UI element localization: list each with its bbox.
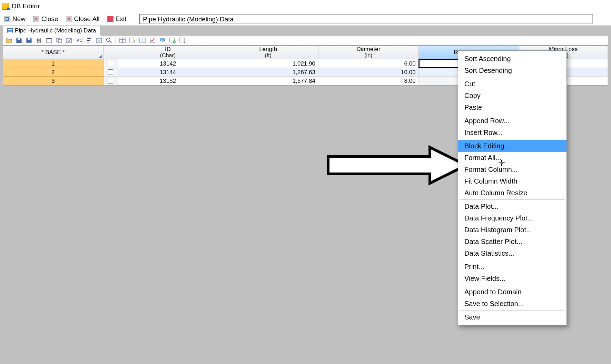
- col-header-diameter[interactable]: Diameter(in): [318, 46, 419, 59]
- annotation-arrow-icon: [326, 145, 468, 186]
- cell-length[interactable]: 1,577.84: [218, 77, 318, 85]
- row-checkbox[interactable]: [104, 77, 118, 85]
- context-menu-item[interactable]: Sort Desending: [458, 65, 566, 76]
- context-menu-item[interactable]: Data Plot...: [458, 200, 566, 212]
- app-icon: [2, 3, 9, 10]
- icon-toolbar: A ID: [3, 35, 608, 46]
- close-all-icon: [66, 16, 72, 22]
- cell-diameter[interactable]: 6.00: [318, 59, 419, 68]
- context-menu-item[interactable]: Insert Row...: [458, 127, 566, 138]
- menubar: New Close Close All Exit Pipe Hydraulic …: [0, 12, 611, 26]
- import-icon[interactable]: [95, 36, 104, 45]
- close-icon: [33, 16, 39, 22]
- context-menu-item[interactable]: Auto Column Resize: [458, 187, 566, 199]
- id-tag-icon[interactable]: ID: [158, 36, 167, 45]
- context-menu-item[interactable]: Save to Selection...: [458, 298, 566, 309]
- svg-rect-1: [28, 38, 30, 40]
- context-menu-separator: [460, 199, 565, 200]
- context-menu-item[interactable]: View Fields...: [458, 273, 566, 284]
- new-label: New: [12, 15, 26, 23]
- sort-icon[interactable]: [85, 36, 93, 45]
- open-file-icon[interactable]: [4, 36, 13, 45]
- col-header-base[interactable]: * BASE *: [3, 46, 104, 59]
- add-table-icon[interactable]: [168, 36, 177, 45]
- close-all-menu-item[interactable]: Close All: [66, 15, 100, 23]
- context-menu-item[interactable]: Print...: [458, 261, 566, 273]
- col-header-length[interactable]: Length(ft): [218, 46, 318, 59]
- context-menu-item[interactable]: Block Editing...: [458, 140, 566, 152]
- replace-icon[interactable]: A: [75, 36, 83, 45]
- context-menu-item[interactable]: Paste: [458, 101, 566, 113]
- row-number[interactable]: 2: [3, 68, 104, 77]
- cell-id[interactable]: 13152: [118, 77, 218, 85]
- context-menu-item[interactable]: Data Frequency Plot...: [458, 212, 566, 224]
- find-icon[interactable]: [105, 36, 114, 45]
- row-checkbox[interactable]: [104, 59, 118, 68]
- checkbox-icon[interactable]: [108, 61, 113, 66]
- tab-pipe-hydraulic[interactable]: Pipe Hydraulic (Modeling) Data: [3, 26, 100, 36]
- exit-menu-item[interactable]: Exit: [107, 15, 127, 23]
- titlebar: DB Editor: [0, 0, 611, 12]
- select-column-icon[interactable]: [138, 36, 147, 45]
- window-title: DB Editor: [12, 2, 40, 10]
- context-menu-item[interactable]: Append Row...: [458, 115, 566, 127]
- cell-length[interactable]: 1,267.63: [218, 68, 318, 77]
- checkbox-icon[interactable]: [108, 69, 113, 75]
- context-menu-item[interactable]: Sort Ascending: [458, 53, 566, 65]
- svg-rect-6: [47, 38, 51, 39]
- context-menu-item[interactable]: Data Histogram Plot...: [458, 224, 566, 236]
- context-menu-item[interactable]: Data Scatter Plot...: [458, 236, 566, 247]
- context-menu-separator: [460, 285, 565, 285]
- cell-diameter[interactable]: 10.00: [318, 68, 419, 77]
- close-label: Close: [41, 15, 58, 23]
- col-header-checkbox[interactable]: [104, 46, 118, 59]
- new-icon: [4, 16, 10, 22]
- date-range-icon[interactable]: [55, 36, 63, 45]
- svg-rect-21: [180, 38, 184, 42]
- cell-id[interactable]: 13142: [118, 59, 218, 68]
- context-menu-item[interactable]: Save: [458, 311, 566, 323]
- cell-length[interactable]: 1,021.90: [218, 59, 318, 68]
- svg-point-12: [107, 38, 110, 41]
- chart-icon[interactable]: [148, 36, 157, 45]
- context-menu-item[interactable]: Cut: [458, 78, 566, 90]
- cell-diameter[interactable]: 8.00: [318, 77, 419, 85]
- checkbox-icon[interactable]: [108, 78, 113, 83]
- print-icon[interactable]: [35, 36, 43, 45]
- svg-rect-14: [130, 38, 134, 42]
- table-icon: [7, 28, 13, 33]
- svg-rect-16: [142, 38, 143, 43]
- row-number[interactable]: 1: [3, 59, 104, 68]
- record-name-field[interactable]: Pipe Hydraulic (Modeling) Data: [139, 14, 593, 24]
- context-menu-item[interactable]: Append to Domain: [458, 286, 566, 298]
- context-menu-item[interactable]: Format All...: [458, 152, 566, 164]
- context-menu-item[interactable]: Data Statistics...: [458, 247, 566, 259]
- svg-rect-3: [38, 38, 40, 40]
- table-view-icon[interactable]: [118, 36, 127, 45]
- svg-rect-0: [18, 38, 20, 40]
- save-as-icon[interactable]: [24, 36, 33, 45]
- context-menu-separator: [460, 77, 565, 77]
- close-menu-item[interactable]: Close: [33, 15, 58, 23]
- row-number[interactable]: 3: [3, 77, 104, 85]
- table-export-icon[interactable]: [128, 36, 137, 45]
- save-icon[interactable]: [14, 36, 23, 45]
- cell-id[interactable]: 13144: [118, 68, 218, 77]
- close-all-label: Close All: [74, 15, 100, 23]
- exit-icon: [107, 16, 114, 22]
- context-menu-item[interactable]: Fit Column Width: [458, 175, 566, 187]
- svg-text:ID: ID: [161, 38, 164, 41]
- context-menu-item[interactable]: Copy: [458, 90, 566, 101]
- context-menu-item[interactable]: Format Column...: [458, 164, 566, 175]
- row-checkbox[interactable]: [104, 68, 118, 77]
- calendar-check-icon[interactable]: [65, 36, 73, 45]
- context-menu-separator: [460, 310, 565, 311]
- context-menu: Sort AscendingSort DesendingCutCopyPaste…: [458, 50, 567, 325]
- col-header-id[interactable]: ID(Char): [118, 46, 218, 59]
- calendar-icon[interactable]: [45, 36, 53, 45]
- svg-text:A: A: [77, 38, 80, 43]
- new-menu-item[interactable]: New: [4, 15, 26, 23]
- menubar-left: New Close Close All Exit: [0, 15, 126, 23]
- svg-rect-9: [67, 38, 71, 43]
- link-table-icon[interactable]: [178, 36, 187, 45]
